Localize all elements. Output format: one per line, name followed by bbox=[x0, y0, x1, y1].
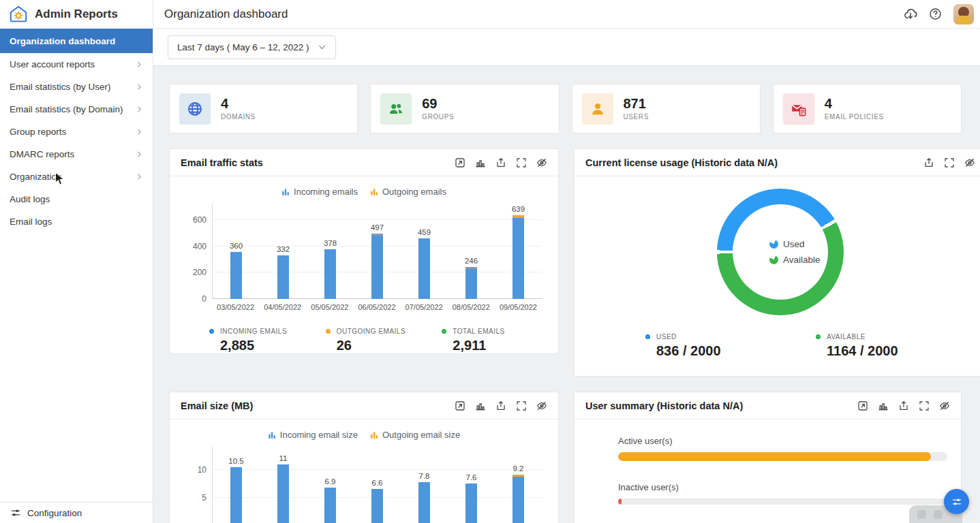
sidebar-item-label: Email statistics (by Domain) bbox=[10, 104, 123, 114]
date-range-dropdown[interactable]: Last 7 days ( May 6 – 12, 2022 ) bbox=[168, 35, 336, 59]
mail-policy-icon bbox=[783, 93, 814, 125]
bar-column[interactable]: 11 bbox=[260, 447, 307, 523]
chart-type-icon[interactable] bbox=[878, 400, 889, 411]
minibars-icon bbox=[268, 430, 277, 439]
globe-icon bbox=[179, 93, 211, 125]
legend-item[interactable]: Incoming email size bbox=[268, 430, 358, 440]
hide-icon[interactable] bbox=[939, 400, 950, 411]
bar-column[interactable]: 360 bbox=[213, 204, 260, 299]
x-axis-label: 09/05/2022 bbox=[495, 303, 542, 311]
bar-value-label: 332 bbox=[277, 245, 290, 253]
bar-column[interactable]: 332 bbox=[260, 204, 307, 299]
sidebar-item-user-account-reports[interactable]: User account reports bbox=[0, 53, 153, 76]
chart-legend: Incoming email sizeOutgoing email size bbox=[170, 430, 558, 440]
x-axis-label: 03/05/2022 bbox=[212, 303, 259, 311]
stat-label: DOMAINS bbox=[221, 113, 256, 121]
hide-icon[interactable] bbox=[536, 157, 547, 168]
bar-column[interactable]: 6.9 bbox=[307, 447, 354, 523]
sidebar-item-label: DMARC reports bbox=[10, 149, 74, 159]
fullscreen-icon[interactable] bbox=[516, 400, 527, 411]
export-icon[interactable] bbox=[495, 400, 506, 411]
dashboard-content: 4DOMAINS69GROUPS871USERS4EMAIL POLICIES … bbox=[153, 65, 980, 523]
avatar[interactable] bbox=[953, 4, 974, 25]
bar-value-label: 497 bbox=[371, 223, 384, 232]
total-stat: INCOMING EMAILS2,885 bbox=[209, 328, 326, 353]
stat-value: 69 bbox=[422, 97, 454, 111]
open-window-icon[interactable] bbox=[857, 400, 868, 411]
stats-row: 4DOMAINS69GROUPS871USERS4EMAIL POLICIES bbox=[169, 84, 962, 133]
stat-label: EMAIL POLICIES bbox=[825, 113, 884, 121]
sidebar-item-group-reports[interactable]: Group reports bbox=[0, 121, 153, 143]
fullscreen-icon[interactable] bbox=[944, 157, 955, 168]
chevron-right-icon bbox=[136, 106, 143, 113]
bar-value-label: 378 bbox=[324, 239, 337, 247]
bar-value-label: 459 bbox=[418, 228, 431, 236]
sidebar-item-label: Group reports bbox=[10, 127, 66, 137]
sidebar-item-organization[interactable]: Organization bbox=[0, 165, 153, 188]
bar-column[interactable]: 6.6 bbox=[354, 447, 401, 523]
sidebar-item-email-statistics-by-user-[interactable]: Email statistics (by User) bbox=[0, 76, 153, 98]
donut-legend-item[interactable]: Available bbox=[769, 255, 821, 265]
bar-column[interactable]: 7.8 bbox=[401, 447, 448, 523]
legend-item[interactable]: Outgoing emails bbox=[370, 187, 446, 197]
ring-icon bbox=[816, 334, 821, 339]
progress-track[interactable] bbox=[618, 498, 947, 505]
date-range-label: Last 7 days ( May 6 – 12, 2022 ) bbox=[177, 42, 309, 52]
sidebar-item-dmarc-reports[interactable]: DMARC reports bbox=[0, 143, 153, 165]
progress-track[interactable] bbox=[618, 452, 947, 461]
sliders-icon bbox=[10, 507, 21, 518]
chart-type-icon[interactable] bbox=[475, 157, 486, 168]
sidebar-item-audit-logs[interactable]: Audit logs bbox=[0, 188, 153, 210]
fullscreen-icon[interactable] bbox=[919, 400, 930, 411]
sliders-icon bbox=[951, 496, 962, 507]
hide-icon[interactable] bbox=[964, 157, 975, 168]
user-icon bbox=[582, 93, 613, 125]
license-donut-legend: UsedAvailable bbox=[733, 204, 828, 300]
bar-value-label: 6.6 bbox=[372, 479, 383, 487]
donut-legend-item[interactable]: Used bbox=[769, 239, 805, 249]
x-axis-label: 05/05/2022 bbox=[306, 303, 353, 311]
minibars-icon bbox=[370, 187, 379, 196]
x-axis-label: 07/05/2022 bbox=[401, 303, 448, 311]
bar-column[interactable]: 10.5 bbox=[213, 447, 260, 523]
bar-column[interactable]: 9.2 bbox=[495, 447, 542, 523]
bar-column[interactable]: 7.6 bbox=[448, 447, 495, 523]
filter-fab-button[interactable] bbox=[944, 489, 969, 514]
sidebar-item-email-statistics-by-domain-[interactable]: Email statistics (by Domain) bbox=[0, 98, 153, 121]
bar-column[interactable]: 246 bbox=[448, 204, 495, 299]
stat-label: USERS bbox=[624, 113, 649, 121]
fullscreen-icon[interactable] bbox=[516, 157, 527, 168]
email-size-title: Email size (MB) bbox=[181, 400, 455, 411]
bar-column[interactable]: 497 bbox=[354, 204, 401, 299]
total-stat: USED836 / 2000 bbox=[645, 333, 816, 359]
email-traffic-chart: Incoming emailsOutgoing emails0200400600… bbox=[170, 187, 558, 311]
sidebar-item-organization-dashboard[interactable]: Organization dashboard bbox=[0, 29, 153, 53]
stat-card-domains: 4DOMAINS bbox=[169, 84, 358, 133]
sidebar-item-configuration[interactable]: Configuration bbox=[0, 502, 153, 523]
export-icon[interactable] bbox=[898, 400, 909, 411]
license-usage-title: Current license usage (Historic data N/A… bbox=[585, 157, 923, 168]
legend-item[interactable]: Incoming emails bbox=[281, 187, 358, 197]
bar-column[interactable]: 459 bbox=[401, 204, 448, 299]
app-logo-icon bbox=[8, 4, 29, 25]
topbar: Organization dashboard bbox=[153, 0, 980, 29]
sidebar-item-label: Organization bbox=[10, 172, 62, 182]
export-icon[interactable] bbox=[495, 157, 506, 168]
export-icon[interactable] bbox=[923, 157, 934, 168]
help-icon[interactable] bbox=[929, 7, 942, 20]
legend-item[interactable]: Outgoing email size bbox=[370, 430, 460, 440]
group-icon bbox=[380, 93, 412, 125]
bar-value-label: 639 bbox=[512, 205, 525, 213]
stat-label: GROUPS bbox=[422, 113, 454, 121]
total-stat: OUTGOING EMAILS26 bbox=[326, 328, 442, 353]
ring-icon bbox=[645, 334, 650, 339]
open-window-icon[interactable] bbox=[455, 157, 465, 168]
cloud-download-icon[interactable] bbox=[904, 7, 917, 21]
hide-icon[interactable] bbox=[536, 400, 547, 411]
bar-column[interactable]: 639 bbox=[495, 204, 542, 299]
bar-value-label: 11 bbox=[279, 454, 288, 462]
chart-type-icon[interactable] bbox=[475, 400, 486, 411]
sidebar-item-email-logs[interactable]: Email logs bbox=[0, 210, 153, 233]
open-window-icon[interactable] bbox=[455, 400, 465, 411]
bar-column[interactable]: 378 bbox=[307, 204, 354, 299]
